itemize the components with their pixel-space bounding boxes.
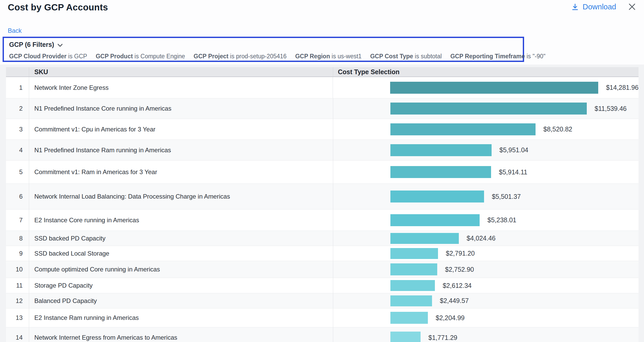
table-row[interactable]: 6Network Internal Load Balancing: Data P…: [6, 184, 639, 210]
cost-bar-cell: $14,281.96: [333, 77, 639, 98]
table-row[interactable]: 2N1 Predefined Instance Core running in …: [6, 98, 639, 119]
sku-cell: N1 Predefined Instance Core running in A…: [29, 98, 333, 119]
cost-bar[interactable]: [390, 263, 437, 275]
bar-value-label: $5,914.11: [499, 168, 527, 176]
sku-cell: Balanced PD Capacity: [29, 293, 333, 308]
table-row[interactable]: 4N1 Predefined Instance Ram running in A…: [6, 140, 639, 161]
close-button[interactable]: [627, 2, 638, 12]
sku-cell: E2 Instance Core running in Americas: [29, 210, 333, 231]
page-title: Cost by GCP Accounts: [8, 2, 108, 12]
row-index: 1: [6, 77, 29, 98]
bar-value-label: $5,238.01: [487, 216, 516, 224]
row-index: 12: [6, 293, 29, 308]
cost-bar[interactable]: [390, 191, 484, 202]
cost-bar-cell: $5,951.04: [333, 140, 639, 160]
cost-bar[interactable]: [390, 123, 536, 135]
bar-value-label: $11,539.46: [595, 105, 627, 112]
table-row[interactable]: 10Compute optimized Core running in Amer…: [6, 261, 639, 278]
cost-bar[interactable]: [390, 312, 428, 324]
sku-cell: Network Internet Egress from Americas to…: [29, 327, 333, 342]
filters-highlight-box: GCP (6 Filters) GCP Cloud Provider is GC…: [3, 37, 524, 62]
row-index: 8: [6, 231, 29, 246]
table-row[interactable]: 12Balanced PD Capacity$2,449.57: [6, 293, 639, 308]
filter-condition: GCP Cloud Provider is GCP: [9, 53, 87, 60]
sku-cell: Network Inter Zone Egress: [29, 77, 333, 98]
cost-bar[interactable]: [390, 103, 587, 115]
cost-bar-cell: $11,539.46: [333, 98, 639, 119]
cost-bar[interactable]: [390, 332, 421, 342]
filter-condition: GCP Region is us-west1: [295, 53, 362, 60]
cost-bar-cell: $2,791.20: [333, 246, 639, 261]
table-row[interactable]: 11Storage PD Capacity$2,612.34: [6, 278, 639, 293]
bar-value-label: $4,024.46: [467, 235, 495, 242]
table-row[interactable]: 9SSD backed Local Storage$2,791.20: [6, 246, 639, 261]
filter-condition: GCP Product is Compute Engine: [96, 53, 185, 60]
download-button[interactable]: Download: [571, 3, 616, 11]
filter-group-label: GCP (6 Filters): [9, 41, 54, 48]
row-index: 13: [6, 308, 29, 327]
cost-bar[interactable]: [390, 295, 432, 306]
sku-cell: Storage PD Capacity: [29, 278, 333, 293]
cost-bar-cell: $2,204.99: [333, 308, 639, 327]
table-row[interactable]: 1Network Inter Zone Egress$14,281.96: [6, 77, 639, 98]
cost-bar[interactable]: [390, 166, 491, 178]
bar-value-label: $2,204.99: [436, 314, 465, 322]
cost-bar[interactable]: [390, 280, 435, 291]
bar-value-label: $8,520.82: [543, 125, 572, 133]
sku-cell: N1 Predefined Instance Ram running in Am…: [29, 140, 333, 160]
cost-bar-cell: $4,024.46: [333, 231, 639, 246]
cost-table: SKU Cost Type Selection 1Network Inter Z…: [6, 67, 639, 342]
cost-bar-cell: $2,612.34: [333, 278, 639, 293]
bar-value-label: $5,501.37: [492, 193, 521, 200]
filter-group-dropdown[interactable]: GCP (6 Filters): [9, 41, 63, 48]
row-index: 2: [6, 98, 29, 119]
column-header-cost-type-selection[interactable]: Cost Type Selection: [333, 67, 639, 77]
row-index: 9: [6, 246, 29, 261]
chevron-down-icon: [57, 43, 63, 47]
table-row[interactable]: 5Commitment v1: Ram in Americas for 3 Ye…: [6, 161, 639, 184]
table-row[interactable]: 8SSD backed PD Capacity$4,024.46: [6, 231, 639, 246]
table-row[interactable]: 3Commitment v1: Cpu in Americas for 3 Ye…: [6, 119, 639, 140]
cost-bar[interactable]: [390, 248, 438, 259]
column-header-sku[interactable]: SKU: [29, 67, 333, 77]
bar-value-label: $2,752.90: [445, 266, 474, 273]
cost-bar-cell: $5,914.11: [333, 161, 639, 183]
bar-value-label: $14,281.96: [606, 84, 639, 91]
filter-condition: GCP Project is prod-setup-205416: [194, 53, 287, 60]
row-index: 14: [6, 327, 29, 342]
bar-value-label: $2,612.34: [443, 282, 472, 289]
cost-bar[interactable]: [390, 214, 480, 226]
table-row[interactable]: 13E2 Instance Ram running in Americas$2,…: [6, 308, 639, 327]
row-index: 10: [6, 261, 29, 278]
cost-bar-cell: $2,449.57: [333, 293, 639, 308]
back-link[interactable]: Back: [8, 27, 22, 34]
cost-bar-cell: $1,771.29: [333, 327, 639, 342]
table-header-row: SKU Cost Type Selection: [6, 67, 639, 77]
bar-value-label: $2,791.20: [446, 250, 475, 257]
cost-bar-cell: $5,501.37: [333, 184, 639, 209]
cost-bar-cell: $5,238.01: [333, 210, 639, 231]
sku-cell: Compute optimized Core running in Americ…: [29, 261, 333, 278]
table-row[interactable]: 14Network Internet Egress from Americas …: [6, 327, 639, 342]
row-index: 4: [6, 140, 29, 160]
bar-value-label: $5,951.04: [499, 146, 528, 154]
close-icon: [627, 2, 638, 11]
download-label: Download: [583, 3, 616, 11]
sku-cell: Commitment v1: Cpu in Americas for 3 Yea…: [29, 119, 333, 140]
row-index: 3: [6, 119, 29, 140]
sku-cell: SSD backed Local Storage: [29, 246, 333, 261]
row-index: 6: [6, 184, 29, 209]
sku-cell: Commitment v1: Ram in Americas for 3 Yea…: [29, 161, 333, 183]
row-index: 11: [6, 278, 29, 293]
cost-bar[interactable]: [390, 233, 459, 244]
cost-bar[interactable]: [390, 144, 492, 156]
table-row[interactable]: 7E2 Instance Core running in Americas$5,…: [6, 210, 639, 231]
filter-condition: GCP Reporting Timeframe is "-90": [450, 53, 545, 60]
bar-value-label: $2,449.57: [440, 297, 469, 305]
filter-condition: GCP Cost Type is subtotal: [370, 53, 442, 60]
cost-bar-cell: $2,752.90: [333, 261, 639, 278]
bar-value-label: $1,771.29: [428, 334, 457, 341]
cost-bar[interactable]: [390, 82, 598, 94]
table-body: 1Network Inter Zone Egress$14,281.962N1 …: [6, 77, 639, 342]
download-icon: [571, 3, 579, 11]
